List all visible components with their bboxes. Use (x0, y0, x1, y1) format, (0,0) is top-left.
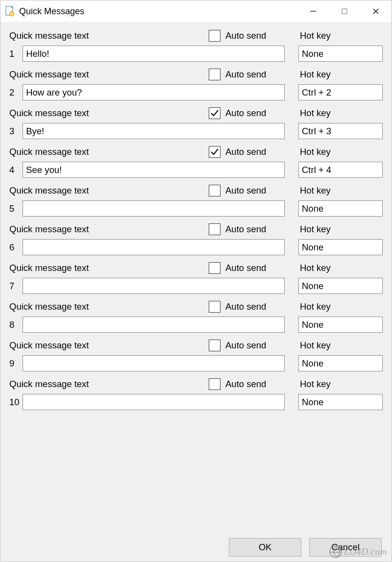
auto-send-checkbox[interactable] (209, 146, 220, 158)
message-input[interactable] (23, 123, 285, 139)
message-row: Quick message textAuto sendHot key4 (9, 145, 383, 178)
auto-send-label: Auto send (225, 108, 266, 119)
hotkey-input[interactable] (298, 123, 383, 139)
row-labels: Quick message textAuto sendHot key (9, 300, 383, 314)
message-input[interactable] (23, 239, 285, 255)
auto-send-label: Auto send (225, 147, 266, 157)
titlebar: Quick Messages (0, 0, 392, 22)
app-icon (4, 6, 15, 17)
auto-send-checkbox[interactable] (209, 378, 220, 390)
auto-send-checkbox[interactable] (209, 262, 220, 274)
message-row: Quick message textAuto sendHot key3 (9, 106, 383, 139)
hotkey-input[interactable] (298, 355, 383, 371)
auto-send-checkbox[interactable] (209, 69, 220, 80)
dialog-buttons: OK Cancel (9, 538, 383, 557)
ok-button[interactable]: OK (229, 538, 301, 557)
auto-send-group: Auto send (124, 107, 296, 119)
row-inputs: 2 (9, 84, 383, 100)
auto-send-label: Auto send (225, 340, 266, 351)
message-text-label: Quick message text (9, 69, 124, 80)
hotkey-input[interactable] (298, 46, 383, 62)
auto-send-group: Auto send (124, 378, 296, 390)
auto-send-checkbox[interactable] (209, 301, 220, 313)
rows-container: Quick message textAuto sendHot key1Quick… (9, 29, 383, 536)
client-area: Quick message textAuto sendHot key1Quick… (0, 22, 392, 562)
message-text-label: Quick message text (9, 147, 124, 157)
hotkey-input[interactable] (298, 394, 383, 410)
hot-key-label: Hot key (300, 379, 331, 390)
row-inputs: 7 (9, 278, 383, 294)
row-number: 4 (9, 165, 23, 175)
message-input[interactable] (23, 84, 285, 100)
cancel-button[interactable]: Cancel (309, 538, 382, 557)
auto-send-label: Auto send (225, 263, 266, 273)
message-text-label: Quick message text (9, 224, 124, 235)
message-row: Quick message textAuto sendHot key9 (9, 339, 383, 371)
auto-send-group: Auto send (124, 69, 296, 80)
auto-send-label: Auto send (225, 301, 266, 312)
row-number: 9 (9, 358, 23, 369)
auto-send-label: Auto send (225, 69, 266, 80)
row-number: 1 (9, 49, 23, 59)
row-labels: Quick message textAuto sendHot key (9, 339, 383, 352)
hot-key-label: Hot key (300, 301, 331, 312)
message-text-label: Quick message text (9, 340, 124, 351)
message-row: Quick message textAuto sendHot key2 (9, 68, 383, 100)
message-text-label: Quick message text (9, 263, 124, 273)
row-number: 10 (9, 397, 23, 408)
auto-send-checkbox[interactable] (209, 223, 220, 235)
message-input[interactable] (23, 317, 285, 333)
hot-key-label: Hot key (300, 224, 331, 235)
row-inputs: 3 (9, 123, 383, 139)
message-input[interactable] (23, 278, 285, 294)
hotkey-input[interactable] (298, 200, 383, 217)
auto-send-group: Auto send (124, 185, 296, 196)
close-button[interactable] (360, 0, 392, 22)
row-inputs: 6 (9, 239, 383, 255)
hotkey-input[interactable] (298, 239, 383, 255)
hot-key-label: Hot key (300, 30, 331, 41)
maximize-button[interactable] (329, 0, 360, 22)
auto-send-label: Auto send (225, 224, 266, 235)
row-number: 6 (9, 242, 23, 253)
message-row: Quick message textAuto sendHot key1 (9, 29, 383, 62)
row-labels: Quick message textAuto sendHot key (9, 68, 383, 81)
row-number: 3 (9, 126, 23, 137)
message-input[interactable] (23, 46, 285, 62)
row-labels: Quick message textAuto sendHot key (9, 184, 383, 197)
message-row: Quick message textAuto sendHot key8 (9, 300, 383, 333)
message-input[interactable] (23, 394, 285, 410)
row-labels: Quick message textAuto sendHot key (9, 145, 383, 159)
auto-send-checkbox[interactable] (209, 185, 220, 196)
row-labels: Quick message textAuto sendHot key (9, 222, 383, 236)
message-row: Quick message textAuto sendHot key5 (9, 184, 383, 217)
auto-send-label: Auto send (225, 185, 266, 196)
hotkey-input[interactable] (298, 317, 383, 333)
auto-send-checkbox[interactable] (209, 107, 220, 119)
message-text-label: Quick message text (9, 301, 124, 312)
message-input[interactable] (23, 355, 285, 371)
quick-messages-window: Quick Messages Quick message textAuto se… (0, 0, 392, 562)
row-number: 8 (9, 319, 23, 330)
row-labels: Quick message textAuto sendHot key (9, 106, 383, 120)
auto-send-group: Auto send (124, 223, 296, 235)
message-input[interactable] (23, 200, 285, 217)
message-input[interactable] (23, 162, 285, 178)
hot-key-label: Hot key (300, 108, 331, 119)
minimize-button[interactable] (297, 0, 329, 22)
row-inputs: 10 (9, 394, 383, 410)
message-text-label: Quick message text (9, 185, 124, 196)
auto-send-label: Auto send (225, 379, 266, 390)
message-text-label: Quick message text (9, 379, 124, 390)
hotkey-input[interactable] (298, 84, 383, 100)
hotkey-input[interactable] (298, 278, 383, 294)
row-inputs: 5 (9, 200, 383, 217)
auto-send-checkbox[interactable] (209, 340, 220, 351)
auto-send-checkbox[interactable] (209, 30, 220, 42)
auto-send-label: Auto send (225, 30, 266, 41)
message-text-label: Quick message text (9, 108, 124, 119)
hot-key-label: Hot key (300, 185, 331, 196)
hotkey-input[interactable] (298, 162, 383, 178)
row-labels: Quick message textAuto sendHot key (9, 377, 383, 391)
auto-send-group: Auto send (124, 301, 296, 313)
